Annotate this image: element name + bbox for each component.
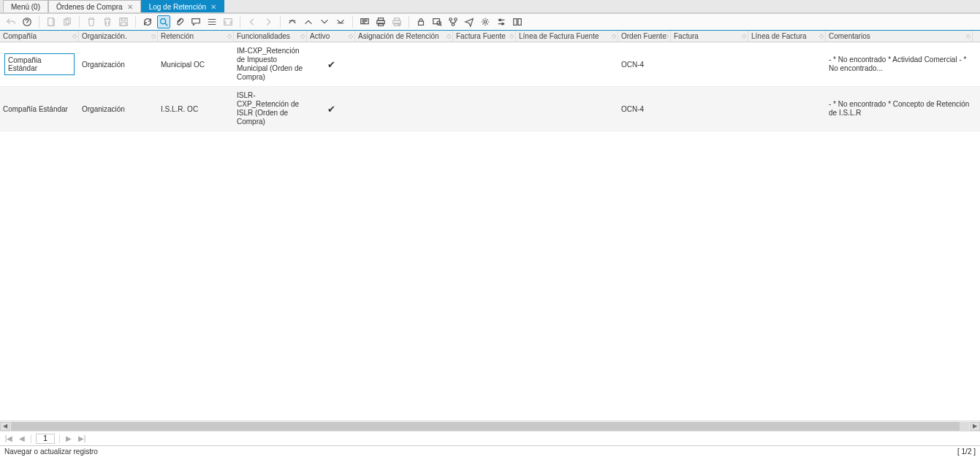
svg-rect-6	[121, 23, 126, 26]
cell-activo: ✔	[307, 99, 355, 119]
up-icon[interactable]	[302, 15, 315, 28]
column-factura-fuente[interactable]: Factura Fuente◇	[453, 31, 516, 42]
refresh-icon[interactable]	[141, 15, 154, 28]
toggle-icon[interactable]	[511, 15, 524, 28]
separator	[31, 434, 31, 443]
close-icon[interactable]: ✕	[127, 3, 133, 11]
close-icon[interactable]: ✕	[210, 3, 216, 11]
separator	[79, 16, 80, 28]
cell-asignacion	[355, 60, 453, 69]
status-bar: Navegar o actualizar registro [ 1/2 ]	[0, 445, 980, 457]
column-linea-factura-fuente[interactable]: Línea de Factura Fuente◇	[516, 31, 618, 42]
cell-linea-factura-fuente	[516, 104, 618, 113]
scroll-track[interactable]	[11, 422, 969, 431]
page-next-icon[interactable]: ▶	[64, 434, 73, 442]
scroll-thumb[interactable]	[11, 422, 960, 431]
svg-point-21	[455, 18, 457, 21]
next-icon	[262, 15, 275, 28]
down-icon[interactable]	[318, 15, 331, 28]
tab-menu[interactable]: Menú (0)	[3, 0, 48, 12]
sort-icon: ◇	[227, 33, 232, 39]
sort-icon: ◇	[151, 33, 156, 39]
cell-compania: Compañía Estándar	[0, 101, 79, 118]
column-orden-fuente[interactable]: Orden Fuente◇	[618, 31, 671, 42]
cell-funcionalidades: ISLR-CXP_Retención de ISLR (Orden de Com…	[234, 87, 307, 131]
toolbar	[0, 13, 980, 31]
copy-icon	[61, 15, 74, 28]
list-icon[interactable]	[205, 15, 219, 28]
column-activo[interactable]: Activo◇	[307, 31, 355, 42]
page-prev-icon[interactable]: ◀	[18, 434, 26, 442]
cell-factura-fuente	[453, 60, 516, 69]
undo-icon	[4, 15, 18, 28]
cell-asignacion	[355, 104, 453, 113]
sort-icon: ◇	[349, 33, 353, 39]
horizontal-scrollbar[interactable]: ◀ ▶	[0, 420, 980, 431]
cell-compania[interactable]: Compañia Estándar	[0, 47, 79, 81]
chat-icon[interactable]	[189, 15, 202, 28]
sort-icon: ◇	[509, 33, 514, 39]
print-icon[interactable]	[374, 15, 387, 28]
table-row[interactable]: Compañía Estándar Organización I.S.L.R. …	[0, 87, 980, 131]
zoom-icon[interactable]	[430, 15, 444, 28]
cell-activo: ✔	[307, 55, 355, 74]
separator	[135, 16, 136, 28]
sort-icon: ◇	[612, 33, 616, 39]
save-icon	[117, 15, 130, 28]
column-retencion[interactable]: Retención◇	[158, 31, 234, 42]
tab-log-retencion[interactable]: Log de Retención ✕	[141, 0, 224, 12]
detail-icon[interactable]	[358, 15, 371, 28]
cell-orden-fuente: OCN-4	[618, 56, 671, 73]
workflow-icon[interactable]	[447, 15, 460, 28]
cell-comentarios: - * No encontrado * Concepto de Retenció…	[826, 96, 973, 122]
tab-ordenes[interactable]: Órdenes de Compra ✕	[48, 0, 141, 12]
svg-rect-26	[514, 19, 517, 26]
cell-organizacion: Organización	[79, 101, 158, 118]
cell-funcionalidades: IM-CXP_Retención de Impuesto Municipal (…	[234, 42, 307, 86]
column-asignacion[interactable]: Asignación de Retención◇	[355, 31, 453, 42]
separator	[409, 16, 409, 28]
sort-icon: ◇	[819, 33, 824, 39]
svg-rect-1	[48, 18, 53, 26]
attach-icon[interactable]	[173, 15, 186, 28]
table-row[interactable]: Compañia Estándar Organización Municipal…	[0, 42, 980, 87]
slider-icon[interactable]	[495, 15, 508, 28]
cell-factura-fuente	[453, 104, 516, 113]
scroll-left-icon[interactable]: ◀	[0, 422, 10, 431]
column-factura[interactable]: Factura◇	[671, 31, 748, 42]
gear-icon[interactable]	[479, 15, 492, 28]
cell-comentarios: - * No encontrado * Actividad Comercial …	[826, 51, 973, 77]
separator	[240, 16, 240, 28]
cell-linea-factura	[748, 104, 826, 113]
svg-rect-5	[121, 18, 125, 21]
scroll-right-icon[interactable]: ▶	[970, 422, 980, 431]
column-compania[interactable]: Compañía◇	[0, 31, 79, 42]
svg-point-23	[484, 20, 487, 23]
separator	[59, 434, 60, 443]
page-input[interactable]	[36, 434, 55, 444]
edit-input[interactable]: Compañia Estándar	[4, 53, 75, 75]
tab-label: Órdenes de Compra	[56, 3, 123, 11]
column-organizacion[interactable]: Organización.◇	[79, 31, 158, 42]
column-funcionalidades[interactable]: Funcionalidades◇	[234, 31, 307, 42]
sort-icon: ◇	[447, 33, 451, 39]
cell-retencion: Municipal OC	[158, 56, 234, 73]
lock-icon[interactable]	[414, 15, 428, 28]
search-icon[interactable]	[157, 15, 170, 28]
svg-rect-17	[419, 21, 424, 25]
cell-orden-fuente: OCN-4	[618, 101, 671, 118]
page-last-icon[interactable]: ▶|	[77, 434, 86, 442]
column-linea-factura[interactable]: Línea de Factura◇	[748, 31, 826, 42]
page-first-icon[interactable]: |◀	[4, 434, 13, 442]
tab-bar: Menú (0) Órdenes de Compra ✕ Log de Rete…	[0, 0, 980, 13]
last-icon[interactable]	[334, 15, 347, 28]
pager: |◀ ◀ ▶ ▶|	[0, 431, 980, 445]
column-comentarios[interactable]: Comentarios◇	[826, 31, 973, 42]
help-icon[interactable]	[20, 15, 34, 28]
grid-body: Compañia Estándar Organización Municipal…	[0, 42, 980, 420]
svg-point-20	[449, 18, 452, 21]
record-counter: [ 1/2 ]	[957, 448, 976, 456]
first-icon[interactable]	[286, 15, 299, 28]
send-icon[interactable]	[463, 15, 476, 28]
cell-linea-factura	[748, 60, 826, 69]
